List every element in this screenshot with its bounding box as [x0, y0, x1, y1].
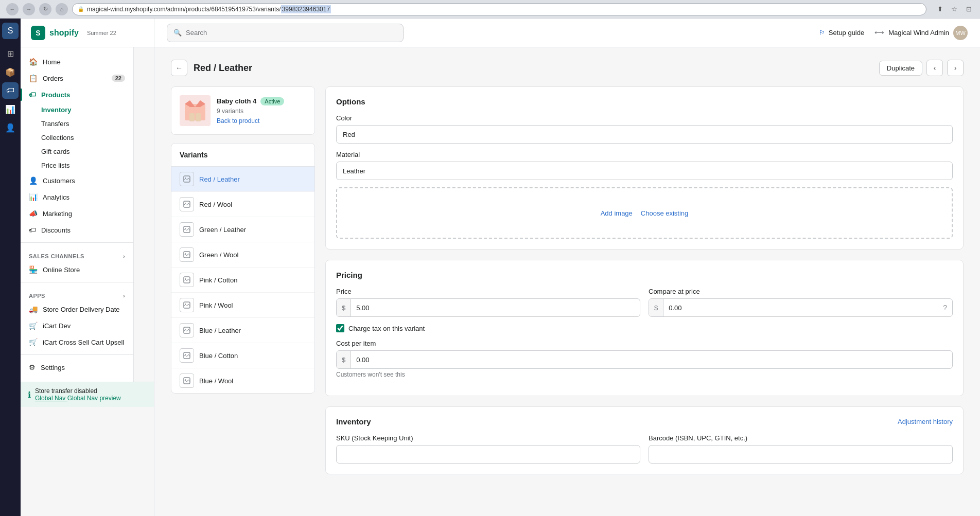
choose-existing-link[interactable]: Choose existing: [641, 209, 689, 217]
left-panel: Baby cloth 4 Active 9 variants Back to p…: [171, 86, 315, 394]
sidebar-sub-price-lists[interactable]: Price lists: [21, 158, 133, 172]
search-icon: 🔍: [173, 29, 182, 37]
svg-point-8: [185, 203, 186, 204]
sku-group: SKU (Stock Keeping Unit): [336, 434, 640, 464]
variant-img-icon: [180, 247, 194, 262]
app3-icon: 🛒: [29, 338, 38, 346]
variant-img-icon: [180, 222, 194, 237]
browser-url-bar[interactable]: 🔒 magical-wind.myshopify.com/admin/produ…: [72, 3, 926, 15]
rail-person-icon[interactable]: 👤: [2, 119, 19, 136]
browser-reload-btn[interactable]: ↻: [39, 3, 51, 15]
next-variant-button[interactable]: ›: [947, 60, 964, 76]
cost-input[interactable]: [351, 351, 952, 368]
rail-products-icon[interactable]: 🏷: [2, 82, 19, 99]
back-button[interactable]: ←: [171, 60, 187, 76]
browser-star-btn[interactable]: ☆: [949, 4, 959, 14]
color-label: Color: [336, 114, 953, 122]
browser-forward-btn[interactable]: →: [23, 3, 35, 15]
inventory-header-row: Inventory Adjustment history: [336, 417, 953, 426]
back-to-product-link[interactable]: Back to product: [217, 117, 259, 124]
sidebar-item-online-store[interactable]: 🏪 Online Store: [21, 261, 133, 278]
image-upload-area[interactable]: Add image Choose existing: [336, 187, 953, 239]
sidebar-sub-gift-cards[interactable]: Gift cards: [21, 145, 133, 158]
variant-item[interactable]: Pink / Wool: [171, 293, 314, 318]
sidebar-sub-collections[interactable]: Collections: [21, 131, 133, 145]
sidebar-label-marketing: Marketing: [43, 210, 72, 218]
options-title: Options: [336, 97, 953, 106]
help-icon[interactable]: ?: [938, 304, 952, 312]
sidebar-sub-inventory[interactable]: Inventory: [21, 103, 133, 117]
sidebar-item-discounts[interactable]: 🏷 Discounts: [21, 222, 133, 238]
sidebar-item-orders[interactable]: 📋 Orders 22: [21, 70, 133, 86]
sidebar-item-app2[interactable]: 🛒 iCart Dev: [21, 317, 133, 334]
sidebar-sub-transfers[interactable]: Transfers: [21, 117, 133, 131]
setup-guide-btn[interactable]: 🏳 Setup guide: [819, 29, 864, 37]
page-header-right: Duplicate ‹ ›: [879, 60, 964, 76]
sales-channels-arrow: ›: [123, 254, 125, 259]
color-input[interactable]: [336, 125, 953, 144]
header-right: 🏳 Setup guide ⟷ Magical Wind Admin MW: [819, 26, 968, 40]
variants-list: Red / Leather Red / Wool Green / Leather: [171, 167, 314, 393]
sidebar-item-customers[interactable]: 👤 Customers: [21, 172, 133, 189]
svg-point-12: [185, 253, 186, 254]
barcode-label: Barcode (ISBN, UPC, GTIN, etc.): [649, 434, 953, 442]
charge-tax-label: Charge tax on this variant: [348, 325, 425, 332]
setup-guide-label: Setup guide: [829, 29, 864, 37]
sales-channels-section: Sales channels ›: [21, 247, 133, 261]
sidebar-item-app3[interactable]: 🛒 iCart Cross Sell Cart Upsell: [21, 334, 133, 350]
variant-item[interactable]: Green / Leather: [171, 217, 314, 242]
svg-point-16: [185, 304, 186, 305]
charge-tax-checkbox[interactable]: [336, 324, 344, 332]
browser-home-btn[interactable]: ⌂: [56, 3, 68, 15]
variant-img-icon: [180, 373, 194, 388]
sidebar-label-online-store: Online Store: [43, 266, 80, 274]
sku-input[interactable]: [336, 445, 640, 464]
variant-item[interactable]: Blue / Leather: [171, 318, 314, 343]
pricing-section: Pricing Price $ Compare at price: [325, 260, 964, 396]
duplicate-button[interactable]: Duplicate: [879, 61, 922, 76]
global-nav-link[interactable]: Global Nav: [35, 395, 67, 402]
add-image-link[interactable]: Add image: [601, 209, 633, 217]
variant-item[interactable]: Red / Leather: [171, 167, 314, 192]
material-input[interactable]: [336, 162, 953, 180]
variant-name: Red / Wool: [199, 201, 232, 208]
page-header: ← Red / Leather Duplicate ‹ ›: [171, 60, 964, 76]
browser-window-btn[interactable]: ⊡: [964, 4, 974, 14]
search-bar[interactable]: 🔍 Search: [167, 24, 404, 42]
variant-name: Green / Wool: [199, 251, 238, 259]
rail-chart-icon[interactable]: 📊: [2, 101, 19, 117]
barcode-input[interactable]: [649, 445, 953, 464]
variant-name: Blue / Wool: [199, 377, 233, 385]
sidebar-item-settings[interactable]: ⚙ Settings: [21, 359, 133, 376]
cost-input-wrapper: $: [336, 350, 953, 369]
variant-name: Red / Leather: [199, 175, 240, 183]
variant-img-icon: [180, 273, 194, 287]
rail-shopify-icon[interactable]: S: [2, 23, 19, 39]
info-icon: ℹ: [28, 390, 31, 400]
sidebar-divider-2: [21, 282, 133, 282]
sidebar-item-home[interactable]: 🏠 Home: [21, 54, 133, 70]
sidebar-item-marketing[interactable]: 📣 Marketing: [21, 205, 133, 222]
sidebar-bottom-banner: ℹ Store transfer disabled Global Nav Glo…: [21, 382, 154, 407]
avatar[interactable]: MW: [953, 26, 968, 40]
rail-orders-icon[interactable]: 📦: [2, 64, 19, 80]
sidebar-item-app1[interactable]: 🚚 Store Order Delivery Date: [21, 301, 133, 317]
apps-arrow: ›: [123, 293, 125, 299]
url-highlight: 39983239463017: [281, 5, 331, 13]
browser-share-btn[interactable]: ⬆: [935, 4, 945, 14]
sku-label: SKU (Stock Keeping Unit): [336, 434, 640, 442]
variant-item[interactable]: Green / Wool: [171, 242, 314, 268]
variant-item[interactable]: Blue / Wool: [171, 368, 314, 393]
rail-grid-icon[interactable]: ⊞: [2, 45, 19, 62]
sidebar-item-products[interactable]: 🏷 Products: [21, 86, 133, 103]
browser-back-btn[interactable]: ←: [6, 3, 19, 15]
compare-price-input[interactable]: [663, 299, 938, 316]
variant-item[interactable]: Red / Wool: [171, 192, 314, 217]
variant-item[interactable]: Blue / Cotton: [171, 343, 314, 368]
price-input[interactable]: [351, 299, 640, 316]
prev-variant-button[interactable]: ‹: [926, 60, 943, 76]
settings-icon: ⚙: [29, 363, 36, 371]
adjustment-history-link[interactable]: Adjustment history: [898, 418, 953, 425]
sidebar-item-analytics[interactable]: 📊 Analytics: [21, 189, 133, 205]
variant-item[interactable]: Pink / Cotton: [171, 268, 314, 293]
